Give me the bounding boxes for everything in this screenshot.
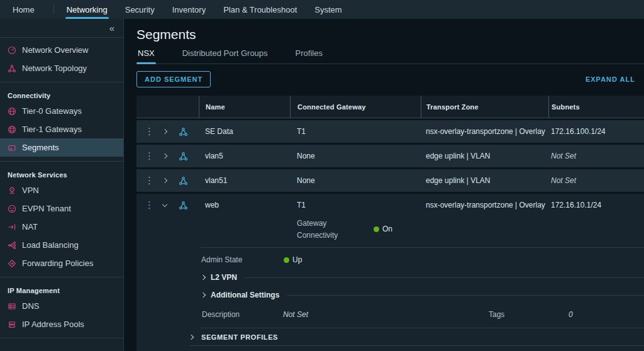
sidebar-item-label: Load Balancing <box>22 240 79 250</box>
chevron-right-icon <box>189 334 194 339</box>
sidebar-section-ip-management: IP Management <box>0 281 123 297</box>
nav-item-inventory[interactable]: Inventory <box>164 0 214 19</box>
sidebar-item-tier1-gateways[interactable]: Tier-1 Gateways <box>0 120 123 138</box>
header-name: Name <box>199 96 290 118</box>
sidebar-item-label: Forwarding Policies <box>22 259 93 268</box>
sidebar-item-label: Tier-0 Gateways <box>22 106 82 116</box>
sidebar-item-load-balancing[interactable]: Load Balancing <box>0 236 123 254</box>
sidebar-section-network-services: Network Services <box>0 165 123 181</box>
description-label: Description <box>202 310 283 319</box>
nav-item-system[interactable]: System <box>306 0 350 19</box>
segments-table: Name Connected Gateway Transport Zone Su… <box>136 96 644 351</box>
tier1-gateway-icon <box>8 125 16 134</box>
gateway-connectivity-row: Gateway Connectivity On <box>136 218 644 242</box>
row-menu-icon[interactable]: ⋮ <box>145 175 150 186</box>
table-row[interactable]: ⋮ vlan5 None edge uplink | VLAN Not Set <box>136 145 644 167</box>
sidebar-group-bottom-divider <box>0 338 123 346</box>
sidebar-collapse-row: « <box>0 19 123 38</box>
evpn-tenant-icon <box>8 204 16 213</box>
chevron-right-icon[interactable] <box>162 129 167 134</box>
divider <box>245 277 644 278</box>
sidebar-item-label: Tier-1 Gateways <box>22 125 82 134</box>
nav-item-networking[interactable]: Networking <box>58 0 116 19</box>
cell-transport-zone: nsx-overlay-transportzone | Overlay <box>421 201 548 209</box>
table-row[interactable]: ⋮ SE Data T1 nsx-overlay-transportzone |… <box>136 120 644 143</box>
cell-name[interactable]: vlan51 <box>199 176 290 185</box>
sidebar-item-network-overview[interactable]: Network Overview <box>0 41 123 59</box>
sidebar-item-network-topology[interactable]: Network Topology <box>0 59 123 77</box>
cell-connected-gateway: T1 <box>290 201 421 209</box>
cell-name[interactable]: vlan5 <box>199 152 290 160</box>
chevron-right-icon[interactable] <box>162 153 167 159</box>
nav-item-security[interactable]: Security <box>116 0 164 19</box>
admin-state-row: Admin State Up <box>136 255 644 264</box>
chevron-right-icon <box>201 292 206 298</box>
additional-settings-toggle[interactable]: Additional Settings <box>136 291 644 299</box>
row-controls: ⋮ <box>136 126 199 137</box>
row-controls: ⋮ <box>136 199 199 211</box>
chevron-down-icon[interactable] <box>162 201 167 206</box>
row-menu-icon[interactable]: ⋮ <box>145 126 150 137</box>
segment-profiles-label: SEGMENT PROFILES <box>201 333 278 341</box>
cell-name[interactable]: web <box>199 201 290 209</box>
sidebar-item-evpn-tenant[interactable]: EVPN Tenant <box>0 199 123 218</box>
nav-item-plan-troubleshoot[interactable]: Plan & Troubleshoot <box>214 0 306 19</box>
cell-name[interactable]: SE Data <box>199 127 290 136</box>
load-balancing-icon <box>8 241 16 250</box>
sidebar-item-dns[interactable]: DNS <box>0 297 123 315</box>
cell-subnets: Not Set <box>548 152 644 160</box>
row-menu-icon[interactable]: ⋮ <box>145 199 150 211</box>
toolbar: ADD SEGMENT EXPAND ALL <box>136 71 644 87</box>
l2vpn-label: L2 VPN <box>211 273 237 282</box>
gateway-connectivity-value: On <box>374 224 392 234</box>
cell-connected-gateway: T1 <box>290 127 421 136</box>
page-title: Segments <box>136 27 644 42</box>
main-content: Segments NSX Distributed Port Groups Pro… <box>125 19 644 351</box>
segment-topology-icon <box>179 152 188 161</box>
status-dot-green-icon <box>374 226 379 232</box>
add-segment-button[interactable]: ADD SEGMENT <box>136 71 211 87</box>
nav-divider <box>53 4 54 14</box>
cell-connected-gateway: None <box>290 176 421 185</box>
sidebar-item-label: DNS <box>22 301 39 311</box>
forwarding-policies-icon <box>8 259 16 268</box>
cell-subnets: Not Set <box>548 176 644 185</box>
cell-subnets: 172.16.10.1/24 <box>548 201 644 209</box>
row-controls: ⋮ <box>136 175 199 186</box>
header-subnets: Subnets <box>548 96 644 118</box>
segment-topology-icon <box>179 176 188 186</box>
evpn-toggle[interactable]: EVPN <box>136 346 644 351</box>
sidebar-item-label: NAT <box>22 222 38 231</box>
cell-transport-zone: nsx-overlay-transportzone | Overlay <box>421 127 548 136</box>
l2vpn-section-toggle[interactable]: L2 VPN <box>136 273 644 282</box>
sidebar-item-forwarding-policies[interactable]: Forwarding Policies <box>0 254 123 272</box>
nav-item-home[interactable]: Home <box>0 0 50 19</box>
admin-state-state: Up <box>292 255 302 264</box>
segment-profiles-toggle[interactable]: SEGMENT PROFILES <box>136 328 644 345</box>
divider <box>287 295 644 296</box>
collapse-sidebar-icon[interactable]: « <box>109 23 114 33</box>
cell-transport-zone: edge uplink | VLAN <box>421 176 548 185</box>
sidebar-item-label: Segments <box>22 143 59 152</box>
table-row-expanded[interactable]: ⋮ web T1 nsx-overlay-transportzone | Ove… <box>136 194 644 216</box>
description-value: Not Set <box>283 310 489 319</box>
divider <box>201 247 644 248</box>
sidebar-item-tier0-gateways[interactable]: Tier-0 Gateways <box>0 102 123 120</box>
tags-value: 0 <box>569 310 573 319</box>
sidebar-item-vpn[interactable]: VPN <box>0 181 123 199</box>
expand-all-link[interactable]: EXPAND ALL <box>586 75 635 83</box>
sidebar-item-ip-address-pools[interactable]: IP Address Pools <box>0 315 123 333</box>
tab-profiles[interactable]: Profiles <box>294 48 324 64</box>
gateway-connectivity-state: On <box>382 225 392 233</box>
tab-nsx[interactable]: NSX <box>136 48 156 64</box>
sidebar-item-segments[interactable]: Segments <box>0 138 123 157</box>
sidebar-item-nat[interactable]: NAT <box>0 218 123 236</box>
row-menu-icon[interactable]: ⋮ <box>145 150 150 162</box>
table-row[interactable]: ⋮ vlan51 None edge uplink | VLAN Not Set <box>136 169 644 192</box>
chevron-right-icon[interactable] <box>162 178 167 183</box>
chevron-right-icon <box>201 275 206 280</box>
top-nav: Home Networking Security Inventory Plan … <box>0 0 644 19</box>
tab-bar: NSX Distributed Port Groups Profiles <box>136 48 644 64</box>
segments-icon <box>8 143 16 152</box>
tab-distributed-port-groups[interactable]: Distributed Port Groups <box>181 48 269 64</box>
